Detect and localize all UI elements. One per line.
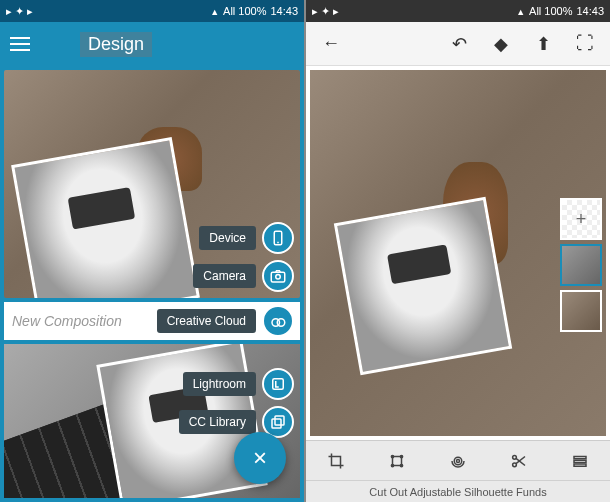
svg-rect-2 [271,272,285,282]
svg-rect-19 [574,460,586,462]
svg-rect-20 [574,464,586,466]
notif-icon: ✦ [15,5,24,18]
upload-icon: ⬆ [536,33,551,55]
back-button[interactable]: ← [314,27,348,61]
status-bar: ▸ ✦ ▸ All 100% 14:43 [0,0,304,22]
cut-tool-button[interactable] [499,441,539,481]
layer-panel: + [560,198,602,332]
fullscreen-icon: ⛶ [576,33,594,54]
more-tool-button[interactable] [560,441,600,481]
svg-point-13 [401,464,403,466]
layer-thumb-face[interactable] [560,244,602,286]
transform-icon [388,452,406,470]
time-text: 14:43 [270,5,298,17]
spiral-icon [449,452,467,470]
crop-tool-button[interactable] [316,441,356,481]
notif-icon: ▸ [312,5,318,18]
composition-preview-2[interactable]: Lightroom CC Library × [4,344,300,498]
menu-button[interactable] [10,37,30,51]
arrow-left-icon: ← [322,33,340,54]
svg-rect-8 [275,416,284,425]
undo-button[interactable]: ↶ [442,27,476,61]
cc-library-label: CC Library [179,410,256,434]
plus-icon: + [576,209,587,230]
fullscreen-button[interactable]: ⛶ [568,27,602,61]
layer-thumb-background[interactable] [560,290,602,332]
tool-caption: Cut Out Adjustable Silhouette Funds [306,480,610,502]
notif-icon: ✦ [321,5,330,18]
new-composition-row[interactable]: New Composition Creative Cloud [4,302,300,340]
app-header: Design [0,22,304,66]
add-layer-button[interactable]: + [560,198,602,240]
crop-icon [327,452,345,470]
lightroom-icon [262,368,294,400]
new-composition-label: New Composition [12,313,122,329]
svg-point-11 [401,455,403,457]
stack-icon [571,452,589,470]
left-screen: ▸ ✦ ▸ All 100% 14:43 Design Device [0,0,304,502]
signal-icon [516,5,525,17]
battery-text: All 100% [223,5,266,17]
svg-point-3 [276,274,281,279]
caption-text: Cut Out Adjustable Silhouette Funds [369,486,546,498]
svg-point-15 [512,462,516,466]
svg-point-12 [392,464,394,466]
share-button[interactable]: ⬆ [526,27,560,61]
source-camera-button[interactable]: Camera [193,260,294,292]
effects-tool-button[interactable] [438,441,478,481]
layers-icon: ◆ [494,33,508,55]
page-title: Design [80,32,152,57]
content-area: Device Camera New Composition [0,66,304,502]
status-bar: ▸ ✦ ▸ All 100% 14:43 [306,0,610,22]
svg-rect-9 [393,456,402,465]
lightroom-label: Lightroom [183,372,256,396]
right-screen: ▸ ✦ ▸ All 100% 14:43 ← ↶ ◆ ⬆ ⛶ [306,0,610,502]
notif-icon: ▸ [27,5,33,18]
undo-icon: ↶ [452,33,467,55]
scissors-icon [510,452,528,470]
camera-label: Camera [193,264,256,288]
svg-point-5 [277,318,285,326]
camera-icon [262,260,294,292]
source-device-button[interactable]: Device [199,222,294,254]
close-icon: × [253,444,267,472]
phone-icon [262,222,294,254]
close-fab-button[interactable]: × [234,432,286,484]
notif-icon: ▸ [333,5,339,18]
composition-preview[interactable]: Device Camera [4,70,300,298]
battery-text: All 100% [529,5,572,17]
face-layer-on-canvas[interactable] [333,197,511,375]
face-layer [11,137,200,298]
svg-rect-18 [574,456,586,458]
time-text: 14:43 [576,5,604,17]
editor-toolbar: ← ↶ ◆ ⬆ ⛶ [306,22,610,66]
cloud-icon [262,305,294,337]
signal-icon [210,5,219,17]
svg-point-10 [392,455,394,457]
canvas[interactable]: + [310,70,606,436]
editor-content: + [306,66,610,502]
tool-row [306,440,610,480]
svg-point-14 [512,455,516,459]
device-label: Device [199,226,256,250]
source-lightroom-button[interactable]: Lightroom [183,368,294,400]
svg-rect-7 [272,419,281,428]
layers-button[interactable]: ◆ [484,27,518,61]
notif-icon: ▸ [6,5,12,18]
creative-cloud-label: Creative Cloud [157,309,256,333]
transform-tool-button[interactable] [377,441,417,481]
source-cc-library-button[interactable]: CC Library [179,406,294,438]
source-creative-cloud-button[interactable]: Creative Cloud [157,305,294,337]
